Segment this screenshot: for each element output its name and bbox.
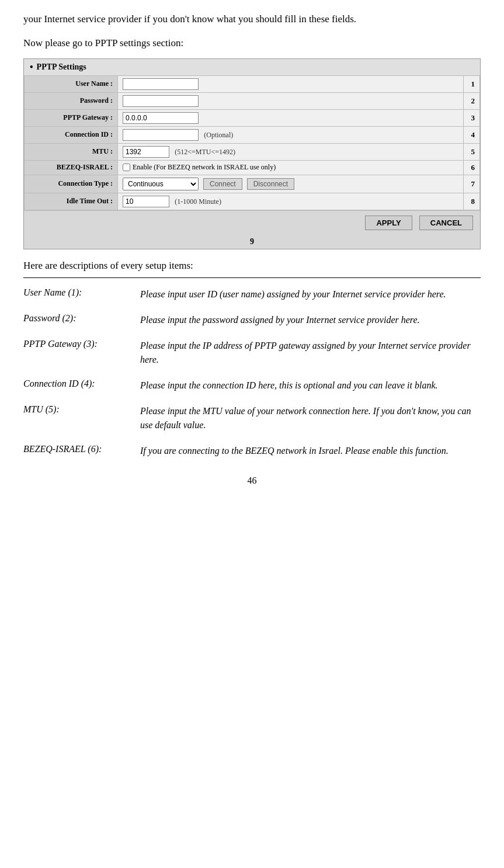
- desc-text-3: Please input the IP address of PPTP gate…: [140, 339, 481, 379]
- connection-type-value-cell: Continuous Connect On Demand Manual Conn…: [118, 175, 464, 193]
- table-row: MTU : (512<=MTU<=1492) 5: [25, 143, 480, 160]
- desc-text-1: Please input user ID (user name) assigne…: [140, 287, 481, 313]
- disconnect-button[interactable]: Disconnect: [247, 178, 294, 190]
- descriptions-table: User Name (1): Please input user ID (use…: [23, 287, 481, 470]
- idle-timeout-label: Idle Time Out :: [25, 193, 118, 210]
- idle-timeout-value-cell: (1-1000 Minute): [118, 193, 464, 210]
- pptp-table: User Name : 1 Password : 2 PPTP Gateway …: [24, 75, 480, 210]
- desc-name-1: User Name (1):: [23, 287, 140, 313]
- connection-id-input[interactable]: [123, 129, 199, 141]
- pptp-gateway-input[interactable]: [123, 112, 199, 124]
- table-row: Password : 2: [25, 92, 480, 109]
- password-label: Password :: [25, 92, 118, 109]
- desc-name-3: PPTP Gateway (3):: [23, 339, 140, 379]
- table-row: PPTP Gateway : 3: [25, 109, 480, 126]
- password-input[interactable]: [123, 95, 199, 107]
- intro-paragraph: your Internet service provider if you do…: [23, 12, 481, 27]
- pptp-title: PPTP Settings: [37, 63, 86, 72]
- page-number: 46: [23, 475, 481, 486]
- password-value-cell: [118, 92, 464, 109]
- bezeq-checkbox-container: Enable (For BEZEQ network in ISRAEL use …: [123, 163, 458, 172]
- desc-heading: Here are descriptions of every setup ite…: [23, 260, 481, 272]
- bezeq-value-cell: Enable (For BEZEQ network in ISRAEL use …: [118, 160, 464, 175]
- list-item: User Name (1): Please input user ID (use…: [23, 287, 481, 313]
- connection-type-select[interactable]: Continuous Connect On Demand Manual: [123, 178, 199, 190]
- table-row: Connection Type : Continuous Connect On …: [25, 175, 480, 193]
- idle-timeout-input[interactable]: [123, 196, 169, 207]
- username-label: User Name :: [25, 75, 118, 92]
- row-num-1: 1: [464, 75, 480, 92]
- table-row: User Name : 1: [25, 75, 480, 92]
- mtu-value-cell: (512<=MTU<=1492): [118, 143, 464, 160]
- desc-name-5: MTU (5):: [23, 404, 140, 444]
- list-item: PPTP Gateway (3): Please input the IP ad…: [23, 339, 481, 379]
- goto-heading: Now please go to PPTP settings section:: [23, 37, 481, 49]
- row-num-3: 3: [464, 109, 480, 126]
- row-num-7: 7: [464, 175, 480, 193]
- table-row: Connection ID : (Optional) 4: [25, 126, 480, 143]
- username-value-cell: [118, 75, 464, 92]
- list-item: MTU (5): Please input the MTU value of y…: [23, 404, 481, 444]
- desc-text-4: Please input the connection ID here, thi…: [140, 379, 481, 404]
- row-num-2: 2: [464, 92, 480, 109]
- desc-text-2: Please input the password assigned by yo…: [140, 313, 481, 339]
- cancel-button[interactable]: CANCEL: [419, 216, 473, 230]
- table-row: Idle Time Out : (1-1000 Minute) 8: [25, 193, 480, 210]
- apply-cancel-row: APPLY CANCEL: [24, 210, 480, 235]
- desc-name-2: Password (2):: [23, 313, 140, 339]
- list-item: Connection ID (4): Please input the conn…: [23, 379, 481, 404]
- list-item: BEZEQ-ISRAEL (6): If you are connecting …: [23, 444, 481, 470]
- bezeq-checkbox[interactable]: [123, 164, 130, 171]
- pptp-gateway-label: PPTP Gateway :: [25, 109, 118, 126]
- pptp-gateway-value-cell: [118, 109, 464, 126]
- connection-id-label: Connection ID :: [25, 126, 118, 143]
- row-num-5: 5: [464, 143, 480, 160]
- desc-name-6: BEZEQ-ISRAEL (6):: [23, 444, 140, 470]
- connection-id-hint: (Optional): [204, 131, 233, 139]
- connection-type-label: Connection Type :: [25, 175, 118, 193]
- desc-text-6: If you are connecting to the BEZEQ netwo…: [140, 444, 481, 470]
- divider: [23, 277, 481, 278]
- row-num-8: 8: [464, 193, 480, 210]
- connect-button[interactable]: Connect: [203, 178, 242, 190]
- bullet-icon: •: [30, 62, 33, 72]
- row-num-6: 6: [464, 160, 480, 175]
- desc-name-4: Connection ID (4):: [23, 379, 140, 404]
- username-input[interactable]: [123, 78, 199, 90]
- mtu-input[interactable]: [123, 146, 169, 158]
- desc-text-5: Please input the MTU value of your netwo…: [140, 404, 481, 444]
- idle-timeout-hint: (1-1000 Minute): [175, 197, 221, 206]
- bezeq-label: BEZEQ-ISRAEL :: [25, 160, 118, 175]
- bezeq-text: Enable (For BEZEQ network in ISRAEL use …: [133, 163, 276, 172]
- table-row: BEZEQ-ISRAEL : Enable (For BEZEQ network…: [25, 160, 480, 175]
- apply-button[interactable]: APPLY: [365, 216, 412, 230]
- list-item: Password (2): Please input the password …: [23, 313, 481, 339]
- mtu-label: MTU :: [25, 143, 118, 160]
- pptp-title-row: • PPTP Settings: [24, 59, 480, 75]
- connection-type-controls: Continuous Connect On Demand Manual Conn…: [123, 178, 458, 190]
- pptp-settings-box: • PPTP Settings User Name : 1 Password :…: [23, 58, 481, 249]
- connection-id-value-cell: (Optional): [118, 126, 464, 143]
- row-num-9: 9: [24, 235, 480, 249]
- row-num-4: 4: [464, 126, 480, 143]
- mtu-hint: (512<=MTU<=1492): [175, 148, 235, 156]
